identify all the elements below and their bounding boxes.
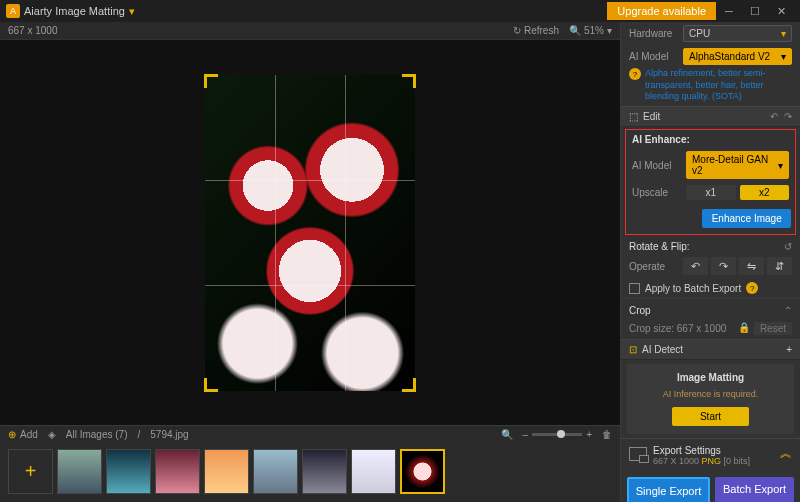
thumbnail[interactable]: [155, 449, 200, 494]
apply-batch-label: Apply to Batch Export: [645, 283, 741, 294]
grid-line: [345, 75, 346, 391]
edit-section-header[interactable]: ⬚ Edit ↶ ↷: [621, 106, 800, 127]
export-format: PNG: [702, 456, 722, 466]
start-button[interactable]: Start: [672, 407, 749, 426]
aimodel-dropdown[interactable]: AlphaStandard V2 ▾: [683, 48, 792, 65]
enhance-image-button[interactable]: Enhance Image: [702, 209, 791, 228]
chevron-down-icon: ▾: [781, 51, 786, 62]
upscale-x1-button[interactable]: x1: [686, 185, 736, 200]
chevron-down-icon: ▾: [781, 28, 786, 39]
refresh-icon: ↻: [513, 25, 521, 36]
collapse-icon[interactable]: ⌃: [784, 305, 792, 316]
thumbnail[interactable]: [106, 449, 151, 494]
ai-enhance-title: AI Enhance:: [630, 134, 791, 145]
crop-reset-button[interactable]: Reset: [754, 322, 792, 335]
export-icon: [629, 447, 647, 461]
crop-handle-br[interactable]: [402, 378, 416, 392]
reset-rotate-icon[interactable]: ↺: [784, 241, 792, 252]
plus-icon: ⊕: [8, 429, 16, 440]
trash-icon[interactable]: 🗑: [602, 429, 612, 440]
rotate-left-button[interactable]: ↶: [683, 257, 708, 275]
thumbnail[interactable]: [204, 449, 249, 494]
detect-icon: ⊡: [629, 344, 637, 355]
batch-export-button[interactable]: Batch Export: [715, 477, 794, 502]
chevron-down-icon: ▾: [607, 25, 612, 36]
maximize-button[interactable]: ☐: [742, 0, 768, 22]
add-label: Add: [20, 429, 38, 440]
aimodel-value: AlphaStandard V2: [689, 51, 770, 62]
current-filename: 5794.jpg: [150, 429, 188, 440]
plus-icon[interactable]: +: [786, 344, 792, 355]
grid-line: [205, 285, 415, 286]
operate-label: Operate: [629, 261, 677, 272]
thumbnail[interactable]: [351, 449, 396, 494]
export-dims: 667 X 1000: [653, 456, 699, 466]
upgrade-button[interactable]: Upgrade available: [607, 2, 716, 20]
inference-message: AI Inference is required.: [633, 389, 788, 399]
enhance-model-label: AI Model: [632, 160, 680, 171]
rotate-right-button[interactable]: ↷: [711, 257, 736, 275]
export-settings-title: Export Settings: [653, 445, 774, 456]
crop-handle-bl[interactable]: [204, 378, 218, 392]
thumbnail[interactable]: [302, 449, 347, 494]
grid-line: [205, 180, 415, 181]
image-dimensions: 667 x 1000: [8, 25, 58, 36]
thumbnail[interactable]: [253, 449, 298, 494]
zoom-control[interactable]: 🔍 51% ▾: [569, 25, 612, 36]
thumb-size-slider[interactable]: –+: [523, 429, 592, 440]
flip-vertical-button[interactable]: ⇵: [767, 257, 792, 275]
stack-icon[interactable]: ◈: [48, 429, 56, 440]
image-frame[interactable]: [205, 75, 415, 391]
zoom-value: 51%: [584, 25, 604, 36]
help-icon[interactable]: ?: [629, 68, 641, 80]
minimize-button[interactable]: ─: [716, 0, 742, 22]
ai-detect-label: AI Detect: [642, 344, 683, 355]
all-images-label[interactable]: All Images (7): [66, 429, 128, 440]
hardware-dropdown[interactable]: CPU ▾: [683, 25, 792, 42]
aimodel-label: AI Model: [629, 51, 677, 62]
ai-detect-header[interactable]: ⊡ AI Detect +: [621, 339, 800, 360]
separator: /: [137, 429, 140, 440]
hardware-value: CPU: [689, 28, 710, 39]
hardware-label: Hardware: [629, 28, 677, 39]
canvas[interactable]: [0, 40, 620, 425]
image-matting-title: Image Matting: [633, 372, 788, 383]
model-description: Alpha refinement, better semi-transparen…: [645, 68, 792, 103]
magnifier-icon: 🔍: [569, 25, 581, 36]
thumbnail-selected[interactable]: [400, 449, 445, 494]
crop-title: Crop: [629, 305, 651, 316]
ai-enhance-panel: AI Enhance: AI Model More-Detail GAN v2 …: [625, 129, 796, 235]
single-export-button[interactable]: Single Export: [627, 477, 710, 502]
zoom-out-icon[interactable]: 🔍: [501, 429, 513, 440]
ai-detect-panel: Image Matting AI Inference is required. …: [627, 364, 794, 434]
upscale-label: Upscale: [632, 187, 680, 198]
chevron-down-icon: ▾: [778, 160, 783, 171]
close-button[interactable]: ✕: [768, 0, 794, 22]
rotate-flip-title: Rotate & Flip:: [629, 241, 690, 252]
crop-handle-tr[interactable]: [402, 74, 416, 88]
refresh-label: Refresh: [524, 25, 559, 36]
app-title: Aiarty Image Matting: [24, 5, 125, 17]
redo-icon[interactable]: ↷: [784, 111, 792, 122]
expand-export-icon[interactable]: ︽: [780, 445, 792, 462]
refresh-button[interactable]: ↻ Refresh: [513, 25, 559, 36]
upscale-x2-button[interactable]: x2: [740, 185, 790, 200]
title-chevron-icon[interactable]: ▾: [129, 5, 135, 18]
enhance-model-dropdown[interactable]: More-Detail GAN v2 ▾: [686, 151, 789, 179]
lock-icon[interactable]: 🔒: [738, 322, 750, 335]
add-thumb-button[interactable]: +: [8, 449, 53, 494]
export-bits: [0 bits]: [724, 456, 751, 466]
crop-size: Crop size: 667 x 1000: [629, 323, 726, 334]
preview-image: [205, 75, 415, 391]
crop-handle-tl[interactable]: [204, 74, 218, 88]
add-image-button[interactable]: ⊕ Add: [8, 429, 38, 440]
edit-icon: ⬚: [629, 111, 638, 122]
app-icon: A: [6, 4, 20, 18]
enhance-model-value: More-Detail GAN v2: [692, 154, 778, 176]
grid-line: [275, 75, 276, 391]
flip-horizontal-button[interactable]: ⇋: [739, 257, 764, 275]
apply-batch-checkbox[interactable]: [629, 283, 640, 294]
undo-icon[interactable]: ↶: [770, 111, 778, 122]
help-icon[interactable]: ?: [746, 282, 758, 294]
thumbnail[interactable]: [57, 449, 102, 494]
